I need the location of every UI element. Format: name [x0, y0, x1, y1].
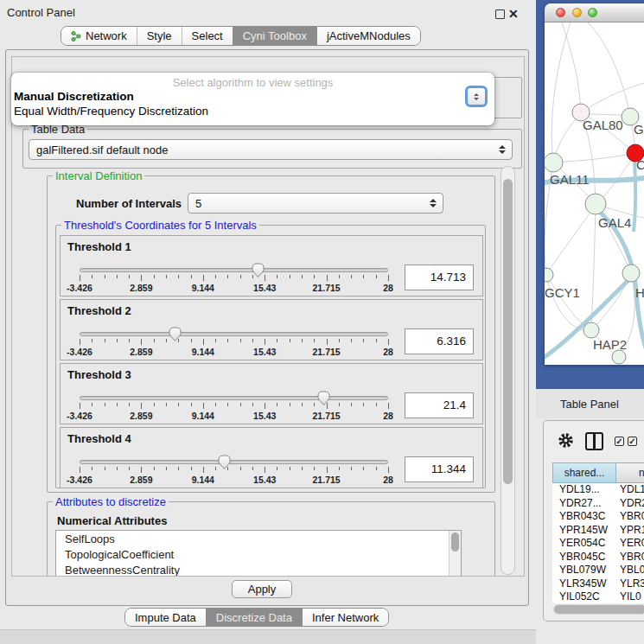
network-node[interactable] — [545, 153, 563, 172]
network-node-label: H — [635, 285, 644, 300]
minor-tick — [277, 403, 277, 406]
table-panel-titlebar: Table Panel — [536, 389, 644, 418]
gear-icon[interactable] — [558, 432, 574, 449]
threshold-slider-thumb[interactable] — [217, 454, 232, 470]
tab-network[interactable]: Network — [61, 27, 137, 45]
table-rows[interactable]: YDL19...YDL1YDR27...YDR2YBR043CYBR0YPR14… — [552, 483, 644, 603]
tab-label: Style — [147, 29, 172, 42]
threshold-value-field[interactable]: 14.713 — [405, 265, 474, 290]
column-header-name[interactable]: na — [616, 462, 644, 483]
table-row[interactable]: YBR045CYBR0 — [552, 551, 644, 564]
tab-infer-network[interactable]: Infer Network — [302, 609, 388, 626]
attribute-item[interactable]: SelfLoops — [56, 531, 461, 546]
column-header-shared[interactable]: shared... — [552, 462, 616, 483]
table-data-combo[interactable]: galFiltered.sif default node — [29, 139, 513, 160]
attributes-list-scrollbar[interactable] — [449, 531, 461, 577]
apply-button[interactable]: Apply — [232, 580, 292, 598]
tab-discretize-data[interactable]: Discretize Data — [206, 609, 302, 626]
minor-tick — [290, 403, 290, 406]
attribute-item[interactable]: TopologicalCoefficient — [56, 546, 461, 562]
table-horizontal-scrollbar[interactable] — [553, 604, 644, 615]
network-window[interactable]: GAL80GACGAL11GAL4GCY1HHAP2 — [545, 3, 644, 365]
table-row[interactable]: YER054CYER0 — [552, 537, 644, 551]
attributes-group: Attributes to discretize Numerical Attri… — [47, 501, 495, 577]
table-panel-title: Table Panel — [560, 398, 619, 411]
cell-name: YBL0 — [616, 564, 644, 577]
dropdown-item-manual-discretization[interactable]: Manual Discretization — [11, 89, 494, 104]
minor-tick — [314, 467, 315, 470]
table-row[interactable]: YBL079WYBL0 — [552, 564, 644, 577]
interval-definition-title: Interval Definition — [53, 169, 144, 182]
network-edge-highlighted[interactable] — [596, 208, 644, 355]
tick-label: 2.859 — [130, 283, 152, 293]
tick-label: 28 — [383, 283, 393, 293]
major-tick — [265, 403, 265, 409]
threshold-value-field[interactable]: 21.4 — [405, 392, 474, 418]
close-icon[interactable]: ✕ — [508, 10, 519, 19]
algorithm-combo-focus-cap[interactable] — [465, 86, 488, 107]
minor-tick — [302, 275, 303, 278]
attributes-group-title: Attributes to discretize — [53, 495, 169, 508]
bottom-tab-bar: Impute DataDiscretize DataInfer Network — [124, 608, 389, 627]
threshold-3-panel: Threshold 3-3.4262.8599.14415.4321.71528… — [60, 363, 483, 424]
minimize-traffic-light-icon[interactable] — [572, 8, 582, 17]
network-node[interactable] — [612, 350, 626, 364]
table-row[interactable]: YPR145WYPR1 — [552, 524, 644, 538]
network-edge[interactable] — [588, 22, 630, 117]
major-tick — [327, 339, 328, 345]
tab-style[interactable]: Style — [137, 27, 182, 45]
minor-tick — [314, 275, 315, 278]
tab-jactivemnodules[interactable]: jActiveMNodules — [316, 27, 420, 45]
checked-box-icon[interactable]: ✓ — [615, 437, 624, 446]
threshold-slider-track[interactable] — [80, 332, 388, 336]
threshold-slider-thumb[interactable] — [251, 262, 265, 278]
attribute-item[interactable]: BetweennessCentrality — [56, 562, 461, 577]
threshold-slider-thumb[interactable] — [168, 326, 182, 342]
network-node[interactable] — [622, 265, 640, 282]
threshold-value-field[interactable]: 6.316 — [405, 328, 474, 354]
table-row[interactable]: YDL19...YDL1 — [552, 483, 644, 497]
network-node[interactable] — [585, 194, 606, 214]
float-window-icon[interactable] — [495, 10, 505, 19]
tab-select[interactable]: Select — [182, 27, 233, 45]
major-tick — [327, 467, 328, 473]
zoom-traffic-light-icon[interactable] — [588, 8, 597, 17]
table-row[interactable]: YBR043CYBR0 — [552, 510, 644, 524]
table-data-value: galFiltered.sif default node — [36, 143, 168, 156]
table-row[interactable]: YLR345WYLR3 — [552, 577, 644, 591]
network-edge[interactable] — [545, 172, 552, 275]
minor-tick — [227, 339, 228, 342]
num-intervals-value: 5 — [195, 197, 201, 210]
threshold-slider-track[interactable] — [80, 460, 388, 464]
network-edge[interactable] — [581, 81, 644, 112]
network-canvas[interactable]: GAL80GACGAL11GAL4GCY1HHAP2 — [545, 22, 644, 365]
settings-scrollbar[interactable] — [501, 166, 515, 575]
tab-cyni-toolbox[interactable]: Cyni Toolbox — [233, 27, 316, 45]
threshold-slider-track[interactable] — [80, 396, 388, 400]
close-traffic-light-icon[interactable] — [556, 8, 565, 17]
minor-tick — [105, 403, 105, 406]
network-edge[interactable] — [553, 153, 635, 163]
split-columns-icon[interactable] — [585, 432, 603, 450]
minor-tick — [290, 275, 290, 278]
table-row[interactable]: YIL052CYIL0 — [552, 590, 644, 603]
table-row[interactable]: YDR27...YDR2 — [552, 497, 644, 511]
dropdown-item-equal-width-frequency-discretization[interactable]: Equal Width/Frequency Discretization — [11, 104, 494, 118]
network-edge[interactable] — [562, 22, 581, 112]
minor-tick — [178, 275, 179, 278]
numerical-attributes-list[interactable]: SelfLoopsTopologicalCoefficientBetweenne… — [55, 530, 462, 577]
tick-label: -3.426 — [67, 475, 92, 485]
tab-impute-data[interactable]: Impute Data — [125, 609, 206, 626]
network-node[interactable] — [583, 322, 599, 338]
num-intervals-combo[interactable]: 5 — [188, 193, 443, 214]
cell-name: YBR0 — [616, 510, 644, 524]
threshold-value-field[interactable]: 11.344 — [405, 456, 474, 482]
network-edge[interactable] — [546, 204, 596, 275]
threshold-slider-thumb[interactable] — [316, 390, 331, 406]
tick-label: 15.43 — [253, 283, 276, 293]
cell-shared-name: YPR145W — [552, 524, 616, 538]
checked-box-icon[interactable]: ✓ — [628, 437, 637, 446]
minor-tick — [129, 275, 130, 278]
network-node[interactable] — [545, 268, 553, 282]
threshold-slider-track[interactable] — [80, 268, 388, 272]
